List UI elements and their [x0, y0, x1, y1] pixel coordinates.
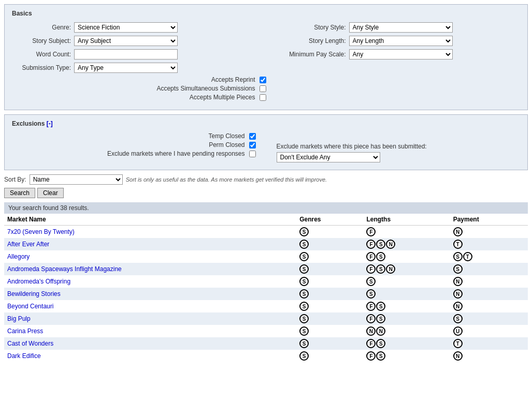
genre-icon: S: [299, 289, 309, 299]
min-pay-select[interactable]: Any Token Semi-pro Pro: [349, 49, 453, 59]
col-header-payment: Payment: [450, 214, 528, 226]
length-icon: N: [386, 240, 395, 249]
table-row: Andromeda's OffspringSSN: [4, 275, 528, 288]
sort-select[interactable]: Name Payment Date Added: [30, 174, 123, 185]
length-icon: S: [376, 302, 385, 311]
clear-button[interactable]: Clear: [37, 188, 64, 198]
table-row: AllegorySFSST: [4, 250, 528, 263]
lengths-cell: FS: [363, 337, 450, 350]
temp-closed-checkbox[interactable]: [249, 133, 256, 140]
market-name-link[interactable]: Andromeda Spaceways Inflight Magazine: [7, 265, 122, 273]
market-name-link[interactable]: Dark Edifice: [7, 352, 41, 360]
story-subject-select[interactable]: Any Subject Adventure Romance: [74, 36, 178, 46]
length-icon: F: [366, 264, 376, 274]
payment-cell: N: [450, 275, 528, 288]
word-count-label: Word Count:: [12, 51, 74, 58]
length-icon: N: [366, 326, 376, 336]
story-length-label: Story Length:: [266, 37, 349, 44]
search-button[interactable]: Search: [4, 188, 35, 198]
market-name-link[interactable]: Allegory: [7, 253, 30, 260]
pending-checkbox[interactable]: [249, 151, 256, 157]
exclusions-section: Exclusions [-] Temp Closed Perm Closed E…: [4, 114, 528, 170]
market-name-cell: Andromeda's Offspring: [4, 275, 296, 288]
payment-cell: T: [450, 337, 528, 350]
col-header-market-name: Market Name: [4, 214, 296, 226]
sort-label: Sort By:: [4, 176, 26, 183]
genre-select[interactable]: Science Fiction Fantasy Horror Any Genre: [74, 22, 178, 33]
submission-type-select[interactable]: Any Type Online Email Postal: [74, 63, 178, 73]
basics-section: Basics Genre: Science Fiction Fantasy Ho…: [4, 4, 528, 110]
length-icon: S: [376, 314, 385, 323]
lengths-cell: NN: [363, 325, 450, 337]
market-name-link[interactable]: Andromeda's Offspring: [7, 278, 70, 285]
length-icon: S: [366, 277, 376, 286]
market-name-link[interactable]: Carina Press: [7, 327, 43, 335]
length-icon: S: [376, 252, 385, 261]
payment-icon: S: [453, 252, 463, 261]
results-table: Market Name Genres Lengths Payment 7x20 …: [4, 214, 528, 362]
exclusions-title: Exclusions [-]: [12, 120, 520, 127]
payment-icon: T: [463, 252, 472, 261]
length-icon: F: [366, 302, 376, 311]
genres-cell: S: [296, 350, 363, 362]
market-name-cell: Allegory: [4, 250, 296, 263]
length-icon: N: [386, 264, 395, 274]
market-name-cell: Carina Press: [4, 325, 296, 337]
payment-icon: N: [453, 351, 463, 361]
basics-title: Basics: [12, 10, 520, 17]
length-icon: F: [366, 252, 376, 261]
lengths-cell: F: [363, 226, 450, 239]
min-pay-label: Minimum Pay Scale:: [266, 51, 349, 58]
payment-cell: N: [450, 350, 528, 362]
market-name-link[interactable]: Beyond Centauri: [7, 303, 53, 310]
payment-icon: N: [453, 227, 463, 236]
payment-cell: N: [450, 300, 528, 312]
genre-icon: S: [299, 302, 309, 311]
lengths-cell: S: [363, 288, 450, 300]
length-icon: S: [376, 264, 385, 274]
accepts-multiple-label: Accepts Multiple Pieces: [190, 94, 255, 101]
market-name-cell: Dark Edifice: [4, 350, 296, 362]
lengths-cell: S: [363, 275, 450, 288]
market-name-link[interactable]: Cast of Wonders: [7, 340, 53, 347]
col-header-genres: Genres: [296, 214, 363, 226]
lengths-cell: FS: [363, 312, 450, 325]
story-style-label: Story Style:: [266, 24, 349, 31]
market-name-cell: Big Pulp: [4, 312, 296, 325]
table-row: 7x20 (Seven By Twenty)SFN: [4, 226, 528, 239]
length-icon: N: [376, 326, 385, 336]
genres-cell: S: [296, 325, 363, 337]
market-name-link[interactable]: 7x20 (Seven By Twenty): [7, 228, 75, 235]
exclude-submitted-select[interactable]: Don't Exclude Any Any Submission Pending…: [277, 152, 380, 162]
exclusions-collapse-link[interactable]: [-]: [47, 120, 53, 127]
payment-cell: ST: [450, 250, 528, 263]
perm-closed-checkbox[interactable]: [249, 142, 256, 148]
table-row: Andromeda Spaceways Inflight MagazineSFS…: [4, 263, 528, 275]
accepts-multiple-checkbox[interactable]: [260, 94, 266, 101]
payment-icon: S: [453, 314, 463, 323]
length-icon: F: [366, 351, 376, 361]
story-style-select[interactable]: Any Style Literary Commercial: [349, 22, 453, 33]
table-row: Big PulpSFSS: [4, 312, 528, 325]
word-count-input[interactable]: [74, 49, 178, 59]
market-name-link[interactable]: After Ever After: [7, 241, 49, 248]
payment-cell: N: [450, 226, 528, 239]
genres-cell: S: [296, 288, 363, 300]
market-name-cell: Bewildering Stories: [4, 288, 296, 300]
genres-cell: S: [296, 312, 363, 325]
genre-icon: S: [299, 252, 309, 261]
length-icon: S: [376, 240, 385, 249]
genres-cell: S: [296, 238, 363, 250]
market-name-link[interactable]: Big Pulp: [7, 315, 31, 322]
genre-icon: S: [299, 351, 309, 361]
market-name-cell: Andromeda Spaceways Inflight Magazine: [4, 263, 296, 275]
story-length-select[interactable]: Any Length Flash Short Novelette Novella: [349, 36, 453, 46]
genres-cell: S: [296, 275, 363, 288]
accepts-reprint-checkbox[interactable]: [260, 77, 266, 83]
genre-icon: S: [299, 227, 309, 236]
sort-note: Sort is only as useful as the data. As m…: [126, 176, 327, 183]
accepts-simultaneous-checkbox[interactable]: [260, 85, 266, 92]
payment-icon: T: [453, 339, 463, 348]
market-name-link[interactable]: Bewildering Stories: [7, 290, 61, 297]
market-name-cell: After Ever After: [4, 238, 296, 250]
